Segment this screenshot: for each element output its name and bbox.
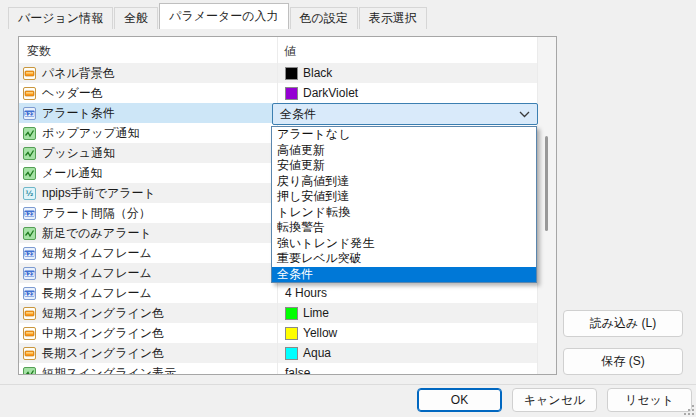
row-value-cell[interactable]: false [278, 363, 545, 375]
row-label: npips手前でアラート [42, 185, 156, 202]
row-value: 4 Hours [285, 286, 327, 300]
table-row[interactable]: 中期スイングライン色Yellow [19, 323, 556, 343]
save-button[interactable]: 保存 (S) [563, 348, 683, 375]
integer-param-icon: 123 [23, 107, 36, 120]
double-param-icon: ½ [23, 187, 36, 200]
row-value: Aqua [303, 346, 331, 360]
row-label: プッシュ通知 [42, 145, 115, 162]
svg-text:123: 123 [24, 210, 35, 216]
scrollbar-thumb[interactable] [545, 136, 548, 231]
indicator-properties-dialog: { "tabs": { "items": [ {"label": "バージョン情… [0, 0, 696, 417]
svg-text:123: 123 [24, 250, 35, 256]
color-swatch [285, 327, 298, 340]
row-value: Yellow [303, 326, 337, 340]
dropdown-item[interactable]: 強いトレンド発生 [272, 236, 536, 252]
dropdown-item[interactable]: 押し安値到達 [272, 189, 536, 205]
tab-2-active[interactable]: パラメーターの入力 [159, 3, 288, 29]
table-scrollbar[interactable] [537, 37, 556, 374]
tab-bar: バージョン情報全般パラメーターの入力色の設定表示選択 [8, 3, 428, 29]
table-header: 変数 値 [19, 37, 556, 63]
row-value-cell[interactable]: Yellow [278, 323, 545, 343]
column-header-value: 値 [284, 43, 296, 60]
bool-param-icon [23, 167, 36, 180]
row-value-cell[interactable]: DarkViolet [278, 83, 545, 103]
svg-text:½: ½ [26, 189, 34, 198]
row-label: 長期タイムフレーム [42, 285, 152, 302]
svg-text:123: 123 [24, 270, 35, 276]
table-row[interactable]: 短期スイングライン色Lime [19, 303, 556, 323]
row-label: ヘッダー色 [42, 85, 103, 102]
color-param-icon [23, 307, 36, 320]
row-label: アラート間隔（分） [42, 205, 151, 222]
row-label: パネル背景色 [42, 65, 115, 82]
row-value: Lime [303, 306, 329, 320]
combobox-value: 全条件 [280, 106, 316, 123]
integer-param-icon: 123 [23, 287, 36, 300]
svg-text:123: 123 [24, 110, 35, 116]
table-row[interactable]: ヘッダー色DarkViolet [19, 83, 556, 103]
row-label: アラート条件 [42, 105, 115, 122]
row-value-cell[interactable]: Black [278, 63, 545, 83]
ok-button[interactable]: OK [417, 388, 502, 412]
dropdown-item[interactable]: 高値更新 [272, 143, 536, 159]
row-label: 短期タイムフレーム [42, 245, 152, 262]
integer-param-icon: 123 [23, 267, 36, 280]
table-row[interactable]: 長期スイングライン色Aqua [19, 343, 556, 363]
color-param-icon [23, 327, 36, 340]
cancel-button[interactable]: キャンセル [512, 388, 597, 412]
row-label: 中期タイムフレーム [42, 265, 152, 282]
color-swatch [285, 87, 298, 100]
tab-0[interactable]: バージョン情報 [8, 7, 113, 29]
row-label: 短期スイングライン表示 [42, 365, 176, 376]
table-row[interactable]: パネル背景色Black [19, 63, 556, 83]
tab-1[interactable]: 全般 [114, 7, 158, 29]
row-label: ポップアップ通知 [42, 125, 140, 142]
bool-param-icon [23, 367, 36, 376]
integer-param-icon: 123 [23, 207, 36, 220]
resize-grip[interactable] [684, 405, 694, 415]
row-value: false [285, 366, 310, 375]
reset-button[interactable]: リセット [607, 388, 692, 412]
chevron-down-icon[interactable] [519, 111, 530, 118]
table-row[interactable]: 短期スイングライン表示false [19, 363, 556, 375]
row-value-cell[interactable]: 4 Hours [278, 283, 545, 303]
color-param-icon [23, 87, 36, 100]
row-label: 新足でのみアラート [42, 225, 152, 242]
tab-4[interactable]: 表示選択 [359, 7, 427, 29]
dropdown-item[interactable]: トレンド転換 [272, 205, 536, 221]
tab-3[interactable]: 色の設定 [290, 7, 358, 29]
dropdown-item[interactable]: 重要レベル突破 [272, 251, 536, 267]
row-label: 短期スイングライン色 [42, 305, 164, 322]
svg-text:123: 123 [24, 290, 35, 296]
row-label: メール通知 [42, 165, 103, 182]
bool-param-icon [23, 147, 36, 160]
row-value-cell[interactable]: Lime [278, 303, 545, 323]
row-value-cell[interactable]: Aqua [278, 343, 545, 363]
dropdown-item[interactable]: 安値更新 [272, 158, 536, 174]
color-swatch [285, 307, 298, 320]
dropdown-item[interactable]: アラートなし [272, 127, 536, 143]
row-value: Black [303, 66, 332, 80]
bool-param-icon [23, 227, 36, 240]
color-swatch [285, 67, 298, 80]
bool-param-icon [23, 127, 36, 140]
column-header-variable: 変数 [27, 43, 51, 60]
row-label: 中期スイングライン色 [42, 325, 164, 342]
color-param-icon [23, 347, 36, 360]
dropdown-item-selected[interactable]: 全条件 [272, 267, 536, 283]
table-row[interactable]: 123長期タイムフレーム4 Hours [19, 283, 556, 303]
color-param-icon [23, 67, 36, 80]
row-value: DarkViolet [303, 86, 358, 100]
integer-param-icon: 123 [23, 247, 36, 260]
dropdown-item[interactable]: 転換警告 [272, 220, 536, 236]
color-swatch [285, 347, 298, 360]
footer-divider [0, 384, 696, 385]
row-label: 長期スイングライン色 [42, 345, 164, 362]
dropdown-item[interactable]: 戻り高値到達 [272, 174, 536, 190]
dropdown-list: アラートなし高値更新安値更新戻り高値到達押し安値到達トレンド転換転換警告強いトレ… [271, 126, 537, 283]
load-button[interactable]: 読み込み (L) [563, 310, 683, 337]
alert-condition-combobox[interactable]: 全条件 [272, 103, 538, 125]
